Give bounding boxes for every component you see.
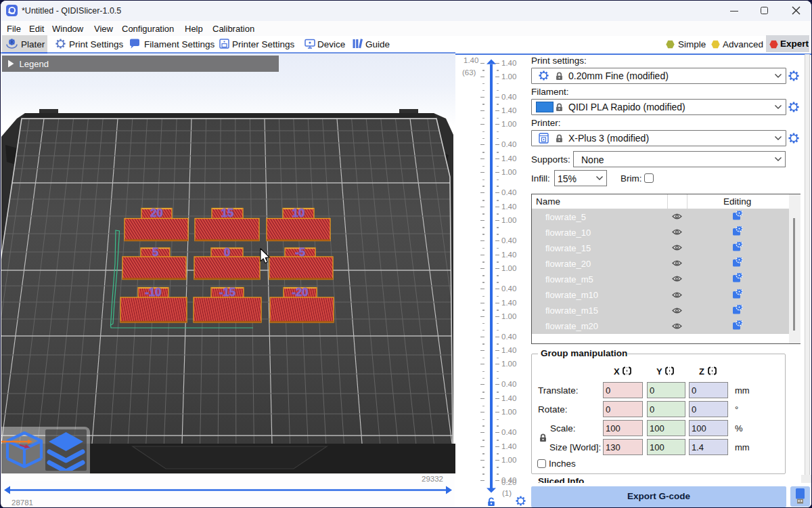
svg-text:-5: -5	[295, 246, 305, 258]
svg-text:15: 15	[221, 207, 233, 219]
svg-text:-20: -20	[292, 286, 309, 298]
svg-text:0: 0	[224, 246, 230, 258]
svg-text:10: 10	[292, 207, 304, 219]
svg-text:20: 20	[150, 207, 162, 219]
svg-text:-15: -15	[219, 286, 235, 298]
svg-text:5: 5	[152, 246, 158, 258]
svg-text:-10: -10	[145, 286, 162, 298]
